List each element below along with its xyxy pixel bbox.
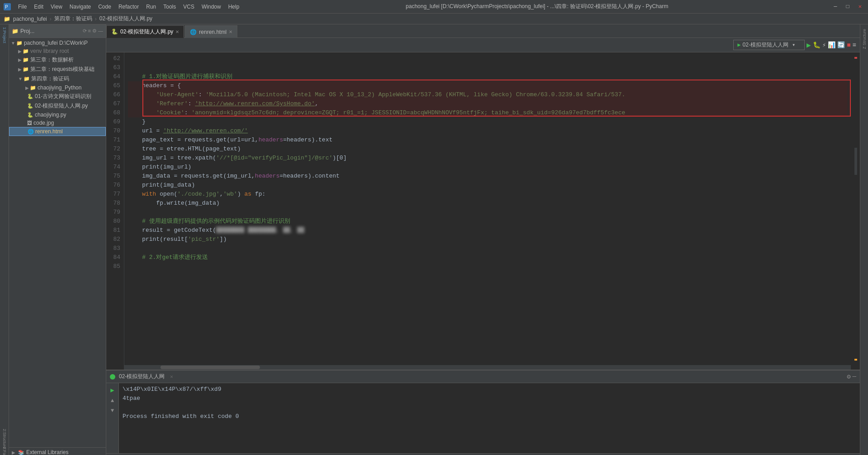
menu-button[interactable]: ≡	[853, 42, 856, 49]
tree-01[interactable]: 🐍 01-古诗文网验证码识别	[9, 92, 106, 101]
menu-navigate[interactable]: Navigate	[66, 3, 94, 11]
tab-py-icon: 🐍	[111, 28, 118, 35]
tab-py-close[interactable]: ✕	[175, 29, 179, 34]
sync-icon[interactable]: ⟳	[83, 28, 87, 34]
project-panel-header: 📁 Proj... ⟳ ≡ ⚙ —	[9, 24, 106, 38]
status-bar: ▶ 4: Run | ✓ 6: TODO | ⬛ Terminal | 🐍 Py…	[106, 453, 860, 455]
code-line-73: img_url = tree.xpath( '//*[@id="verifyPi…	[128, 154, 847, 163]
side-icon-structure[interactable]: 2:Structure	[0, 430, 9, 448]
tab-02-py[interactable]: 🐍 02-模拟登陆人人网.py ✕	[106, 25, 184, 38]
run-config-dropdown[interactable]: ▶ 02-模拟登陆人人网 ▾	[733, 40, 805, 50]
dropdown-arrow-icon: ▾	[792, 42, 795, 48]
collapse-all-icon[interactable]: ≡	[88, 28, 91, 34]
run-button[interactable]: ▶	[807, 41, 811, 50]
right-icon-gradle[interactable]: Z Structure	[862, 26, 867, 52]
h-scroll-thumb[interactable]	[160, 366, 260, 369]
external-libraries[interactable]: ▶ 📚 External Libraries	[9, 447, 106, 455]
tree-ch2[interactable]: ▶ 📁 第二章：requests模块基础	[9, 65, 106, 74]
jpg-label: code.jpg	[33, 120, 54, 126]
code-line-72: tree = etree.HTML(page_text)	[128, 145, 847, 154]
run-up-btn[interactable]: ▲	[109, 396, 115, 405]
code-editor[interactable]: 62 63 64 65 66 67 68 69 70 71 72 73 74 7…	[106, 52, 860, 370]
code-content[interactable]: # 1.对验证码图片进行捕获和识别 headers = { 'User-Agen…	[124, 52, 851, 370]
code-line-71: page_text = requests.get(url=url, header…	[128, 136, 847, 145]
tree-code-jpg[interactable]: 🖼 code.jpg	[9, 119, 106, 127]
root-label: pachong_lufei D:\CWork\P	[24, 40, 88, 46]
tree-02[interactable]: 🐍 02-模拟登陆人人网.py	[9, 101, 106, 111]
win-close[interactable]: ✕	[856, 3, 864, 10]
html-label: renren.html	[35, 128, 63, 135]
py02-label: 02-模拟登陆人人网.py	[35, 102, 88, 110]
menu-view[interactable]: View	[47, 3, 66, 11]
scroll-thumb-indicator	[854, 148, 857, 175]
menu-run[interactable]: Run	[142, 3, 160, 11]
project-title: Proj...	[20, 28, 81, 34]
stop-button[interactable]: ■	[847, 42, 850, 49]
run-play-btn[interactable]: ▶	[109, 385, 115, 395]
tab-html-close[interactable]: ✕	[229, 29, 232, 34]
tree-venv[interactable]: ▶ 📁 venv library root	[9, 47, 106, 55]
run-minimize-icon[interactable]: —	[853, 373, 856, 380]
titlebar: P File Edit View Navigate Code Refactor …	[0, 0, 868, 14]
win-maximize[interactable]: □	[844, 4, 852, 10]
run-down-btn[interactable]: ▼	[109, 406, 115, 415]
breadcrumb-bar: 📁 pachong_lufei › 第四章：验证码 › 02-模拟登陆人人网.p…	[0, 14, 868, 24]
breadcrumb-project-icon: 📁	[4, 16, 10, 22]
side-icon-project[interactable]: 1:Project	[0, 26, 9, 44]
warning-marker	[854, 359, 857, 361]
project-tree: ▼ 📁 pachong_lufei D:\CWork\P ▶ 📁 venv li…	[9, 38, 106, 447]
code-line-81: result = getCodeText( ████████ ████████,…	[128, 226, 847, 235]
run-panel-close-x[interactable]: ✕	[170, 374, 173, 380]
coverage-button[interactable]: ⚡	[822, 41, 826, 49]
py02-icon: 🐍	[27, 103, 33, 109]
tree-chaoji[interactable]: ▶ 📁 chaojiying_Python	[9, 84, 106, 92]
menu-edit[interactable]: Edit	[30, 3, 47, 11]
menu-tools[interactable]: Tools	[160, 3, 179, 11]
run-output-line-3	[123, 403, 856, 412]
chaoji-py-label: chaojiying.py	[35, 112, 66, 118]
blurred-args: ████████ ████████, ██, ██	[216, 226, 304, 235]
code-line-62	[128, 54, 847, 63]
menu-code[interactable]: Code	[94, 3, 115, 11]
right-scrollbar[interactable]	[851, 52, 857, 370]
menu-refactor[interactable]: Refactor	[115, 3, 142, 11]
side-icon-favorites[interactable]: 2:Favorites	[0, 448, 9, 455]
code-line-77: with open( './code.jpg' , 'wb' ) as fp:	[128, 190, 847, 199]
breadcrumb-file[interactable]: 02-模拟登陆人人网.py	[99, 15, 152, 23]
menu-file[interactable]: File	[14, 3, 30, 11]
run-output-line-2: 4tpae	[123, 394, 856, 403]
settings-icon[interactable]: ⚙	[92, 28, 97, 34]
code-line-79	[128, 208, 847, 217]
tree-renren-html[interactable]: 🌐 renren.html	[9, 127, 106, 136]
tab-bar: 🐍 02-模拟登陆人人网.py ✕ 🌐 renren.html ✕	[106, 24, 860, 38]
code-line-70: url = 'http://www.renren.com/'	[128, 127, 847, 136]
run-settings-icon[interactable]: ⚙	[847, 373, 850, 380]
run-panel-icon	[110, 374, 115, 380]
menu-vcs[interactable]: VCS	[179, 3, 198, 11]
code-line-82: print(result[ 'pic_str' ])	[128, 235, 847, 244]
ch4-icon: 📁	[24, 76, 30, 82]
hide-icon[interactable]: —	[98, 28, 103, 34]
reload-button[interactable]: 🔄	[837, 41, 845, 49]
tree-ch4[interactable]: ▼ 📁 第四章：验证码	[9, 74, 106, 84]
profile-button[interactable]: 📊	[828, 41, 835, 49]
line-numbers: 62 63 64 65 66 67 68 69 70 71 72 73 74 7…	[106, 52, 124, 370]
tree-root[interactable]: ▼ 📁 pachong_lufei D:\CWork\P	[9, 39, 106, 47]
run-panel-title: 02-模拟登陆人人网	[119, 373, 165, 380]
editor-area: 🐍 02-模拟登陆人人网.py ✕ 🌐 renren.html ✕ ▶ 02-模…	[106, 24, 860, 455]
horizontal-scrollbar[interactable]	[124, 365, 851, 370]
debug-button[interactable]: 🐛	[813, 41, 821, 49]
tab-renren-html[interactable]: 🌐 renren.html ✕	[185, 25, 237, 38]
breadcrumb-project[interactable]: pachong_lufei	[13, 16, 47, 22]
code-line-68: 'Cookie' : 'anonymid=klgdsqz5n7c6dn; dep…	[128, 108, 847, 117]
menu-help[interactable]: Help	[225, 3, 243, 11]
win-minimize[interactable]: ─	[831, 4, 840, 10]
py01-icon: 🐍	[27, 94, 33, 99]
tree-ch3[interactable]: ▶ 📁 第三章：数据解析	[9, 55, 106, 65]
tree-chaoji-py[interactable]: 🐍 chaojiying.py	[9, 111, 106, 119]
run-config-label: 02-模拟登陆人人网	[743, 41, 788, 49]
code-line-64: # 1.对验证码图片进行捕获和识别	[128, 72, 847, 81]
code-line-75: img_data = requests.get(img_url, headers…	[128, 172, 847, 181]
menu-window[interactable]: Window	[198, 3, 225, 11]
breadcrumb-folder[interactable]: 第四章：验证码	[54, 15, 92, 23]
